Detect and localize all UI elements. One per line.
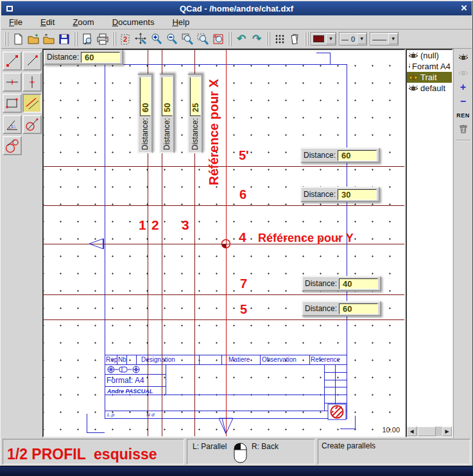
distance-input[interactable]: 50 [162, 77, 173, 116]
menu-file[interactable]: File [8, 17, 24, 28]
print-preview-button[interactable] [80, 31, 95, 47]
scrollbar-thumb[interactable] [418, 427, 436, 436]
distance-input[interactable]: 60 [140, 77, 151, 116]
title-block-line [105, 386, 166, 387]
title-block-format: Format: A4 [107, 376, 144, 385]
save-button[interactable] [56, 31, 72, 47]
dropdown-arrow-icon[interactable]: ▼ [326, 33, 336, 44]
draw-horizontal-line-button[interactable] [3, 72, 22, 92]
zoom-window-button[interactable] [180, 31, 195, 47]
mark-7: 7 [240, 276, 247, 291]
svg-text:2: 2 [123, 35, 127, 43]
layer-list-scrollbar[interactable]: ◀ ▶ [407, 427, 452, 436]
menu-help[interactable]: Help [171, 17, 191, 28]
tool-palette [1, 49, 42, 438]
remove-layer-button[interactable]: − [456, 95, 470, 108]
title-block-header: Matiere [228, 356, 250, 363]
scroll-left-icon[interactable]: ◀ [407, 427, 417, 436]
menu-documents[interactable]: Documents [111, 17, 156, 28]
mark-5prime: 5' [239, 148, 249, 163]
eye-icon[interactable] [408, 52, 418, 60]
hide-all-layers-button[interactable] [456, 67, 470, 80]
draw-parallel-button[interactable] [22, 94, 42, 113]
menu-zoom[interactable]: Zoom [71, 17, 95, 28]
dropdown-arrow-icon[interactable]: ▼ [388, 33, 398, 44]
layer-row-null[interactable]: (null) [407, 50, 452, 61]
mark-5: 5 [240, 302, 247, 317]
redraw-button[interactable]: 2 [118, 31, 133, 47]
zoom-out-icon [166, 33, 178, 46]
open-button[interactable] [26, 31, 41, 47]
show-all-layers-button[interactable] [456, 51, 470, 64]
title-block-line [309, 355, 310, 364]
import-button[interactable] [41, 31, 56, 47]
pen-color-select[interactable]: ▼ [311, 32, 336, 46]
zoom-out-button[interactable] [164, 31, 180, 47]
layer-row-trait[interactable]: Trait [407, 72, 452, 83]
draw-line-angle-button[interactable] [22, 51, 42, 71]
construction-hline[interactable] [44, 166, 404, 167]
toolbar-handle[interactable] [4, 32, 8, 46]
drawing-note: 1/2 PROFIL esquisse [7, 446, 157, 463]
delete-layer-button[interactable] [456, 122, 470, 135]
angle-bisector-icon [4, 117, 20, 132]
distance-input[interactable]: 30 [338, 189, 377, 200]
draw-bisector-button[interactable] [3, 115, 22, 134]
draw-circle-2-button[interactable] [3, 136, 22, 155]
distance-input[interactable]: 60 [338, 150, 377, 161]
menu-edit[interactable]: Edit [39, 17, 56, 28]
rename-layer-button[interactable]: REN [456, 109, 470, 122]
scroll-right-icon[interactable]: ▶ [442, 427, 452, 436]
zoom-previous-button[interactable] [211, 31, 226, 47]
line-icon [4, 53, 20, 69]
title-block-line [324, 380, 347, 380]
layer-name: Trait [420, 72, 437, 82]
zoom-auto-button[interactable] [195, 31, 211, 47]
grid-icon [274, 33, 286, 45]
distance-input[interactable]: 60 [339, 303, 378, 314]
eye-icon[interactable] [408, 74, 418, 81]
line-type-select[interactable]: —— ▼ [370, 32, 399, 46]
construction-hline[interactable] [44, 205, 404, 206]
grid-toggle-button[interactable] [272, 31, 288, 47]
add-layer-button[interactable]: + [456, 81, 470, 94]
construction-hline[interactable] [44, 294, 404, 295]
distance-widget-vertical: Distance:60 [137, 74, 153, 153]
dropdown-arrow-icon[interactable]: ▼ [357, 33, 366, 44]
zoom-in-button[interactable] [149, 31, 164, 47]
draw-vertical-line-button[interactable] [22, 72, 42, 92]
title-block-header: Nb [118, 356, 126, 363]
close-button[interactable]: ✕ [458, 3, 470, 14]
corner-mark [87, 414, 87, 432]
title-bar[interactable]: QCad - /home/andre/chat.dxf ✕ [1, 1, 472, 15]
distance-label: Distance: [162, 118, 171, 150]
layer-row-default[interactable]: default [407, 83, 452, 94]
print-button[interactable] [95, 31, 110, 47]
new-document-button[interactable] [10, 31, 26, 47]
corner-mark [355, 416, 356, 429]
redo-button[interactable]: ↷ [249, 31, 264, 47]
draw-circle-tangent-button[interactable] [22, 115, 42, 134]
menu-bar: File Edit Zoom Documents Help [1, 15, 472, 30]
distance-input[interactable]: 60 [81, 52, 120, 63]
distance-input[interactable]: 25 [190, 77, 201, 116]
rectangle-icon [4, 96, 20, 111]
pen-width-select[interactable]: — 0 ▼ [339, 32, 367, 46]
title-block-header: Rep [106, 356, 117, 363]
layer-row-format[interactable]: Foramt A4 [407, 61, 452, 72]
eye-icon[interactable] [408, 85, 418, 92]
construction-hline[interactable] [44, 319, 404, 320]
pan-button[interactable] [133, 31, 149, 47]
down-triangle-marker [218, 418, 234, 435]
title-block-footnote: L.p [107, 412, 114, 418]
eye-icon[interactable] [408, 63, 410, 71]
undo-button[interactable]: ↶ [234, 31, 249, 47]
distance-widget: Distance:30 [300, 187, 380, 202]
draw-rectangle-button[interactable] [3, 94, 22, 113]
distance-input[interactable]: 40 [339, 278, 378, 289]
paper-view-button[interactable] [288, 31, 303, 47]
mark-3: 3 [182, 217, 189, 233]
draw-line-2p-button[interactable] [3, 51, 22, 71]
drawing-canvas[interactable]: Rep Nb Designation Matiere Observation R… [42, 49, 406, 438]
title-block-line [199, 355, 200, 364]
